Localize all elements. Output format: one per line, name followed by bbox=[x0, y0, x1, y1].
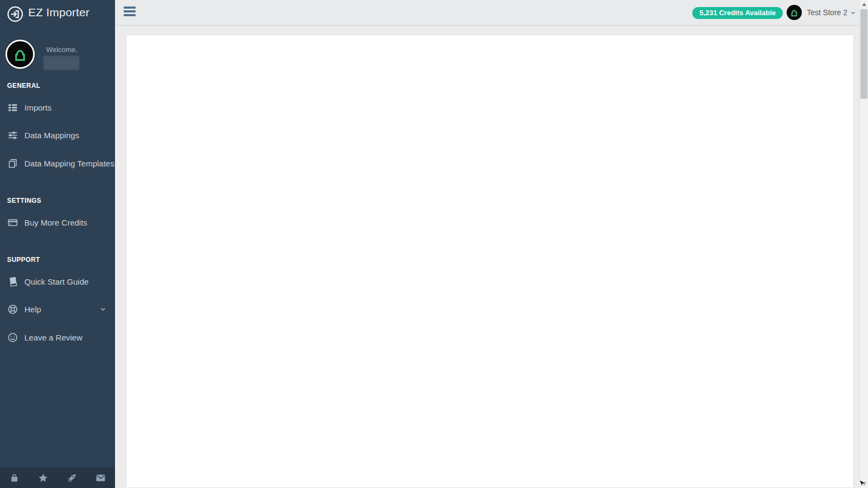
sidebar-item-label: Leave a Review bbox=[24, 333, 82, 342]
list-icon bbox=[8, 102, 18, 113]
chevron-down-icon bbox=[100, 306, 106, 312]
app-title: EZ Importer bbox=[28, 6, 90, 19]
app-window: EZ Importer Welcome, GENERAL Imports bbox=[0, 0, 868, 488]
credits-badge[interactable]: 5,231 Credits Available bbox=[692, 7, 783, 19]
sidebar-item-buy-more-credits[interactable]: Buy More Credits bbox=[0, 213, 115, 232]
envelope-icon bbox=[95, 473, 106, 483]
sidebar-item-data-mapping-templates[interactable]: Data Mapping Templates bbox=[0, 153, 115, 173]
sidebar-item-label: Data Mappings bbox=[24, 131, 79, 140]
sidebar-header-settings: SETTINGS bbox=[7, 197, 41, 204]
welcome-text: Welcome, bbox=[46, 46, 78, 54]
life-ring-icon bbox=[8, 304, 18, 314]
sidebar: EZ Importer Welcome, GENERAL Imports bbox=[0, 0, 115, 488]
shop-bag-button[interactable] bbox=[0, 473, 29, 483]
sliders-icon bbox=[8, 130, 18, 140]
store-avatar bbox=[787, 5, 802, 20]
credit-card-icon bbox=[8, 217, 18, 228]
contact-button[interactable] bbox=[86, 473, 115, 483]
sidebar-item-label: Data Mapping Templates bbox=[24, 159, 114, 168]
shopping-bag-logo-icon bbox=[789, 7, 800, 18]
sidebar-item-label: Quick Start Guide bbox=[24, 277, 88, 286]
shopping-bag-icon bbox=[9, 473, 20, 483]
app-logo[interactable]: EZ Importer bbox=[0, 0, 115, 28]
copy-pages-icon bbox=[8, 158, 18, 169]
topbar: 5,231 Credits Available Test Store 2 bbox=[115, 0, 859, 26]
redacted-username bbox=[43, 56, 79, 70]
star-button[interactable] bbox=[29, 473, 58, 483]
sidebar-header-general: GENERAL bbox=[7, 82, 40, 89]
sidebar-item-data-mappings[interactable]: Data Mappings bbox=[0, 125, 115, 145]
rocket-button[interactable] bbox=[58, 473, 86, 483]
sidebar-item-quick-start-guide[interactable]: Quick Start Guide bbox=[0, 272, 115, 291]
scroll-down-arrow[interactable] bbox=[860, 479, 868, 488]
vertical-scrollbar[interactable] bbox=[859, 0, 868, 488]
sidebar-item-label: Buy More Credits bbox=[24, 218, 87, 227]
store-name: Test Store 2 bbox=[807, 8, 847, 17]
chevron-down-icon bbox=[850, 10, 856, 16]
shopping-bag-logo-icon bbox=[11, 45, 29, 63]
scrollbar-thumb[interactable] bbox=[860, 9, 867, 99]
book-icon bbox=[8, 277, 18, 287]
sidebar-item-label: Help bbox=[24, 305, 41, 314]
star-icon bbox=[38, 473, 48, 483]
scroll-up-arrow[interactable] bbox=[860, 0, 868, 9]
sidebar-bottom-toolbar bbox=[0, 467, 115, 488]
sidebar-item-help[interactable]: Help bbox=[0, 299, 115, 319]
content-card bbox=[126, 35, 854, 488]
sidebar-header-support: SUPPORT bbox=[7, 256, 40, 264]
user-avatar bbox=[5, 40, 35, 69]
sign-in-icon bbox=[7, 6, 23, 22]
rocket-icon bbox=[67, 473, 77, 483]
sidebar-item-leave-a-review[interactable]: Leave a Review bbox=[0, 328, 115, 347]
smiley-icon bbox=[8, 332, 18, 343]
store-menu[interactable]: Test Store 2 bbox=[787, 5, 856, 20]
sidebar-item-label: Imports bbox=[24, 103, 52, 112]
sidebar-item-imports[interactable]: Imports bbox=[0, 98, 115, 117]
hamburger-menu-button[interactable] bbox=[124, 7, 137, 20]
